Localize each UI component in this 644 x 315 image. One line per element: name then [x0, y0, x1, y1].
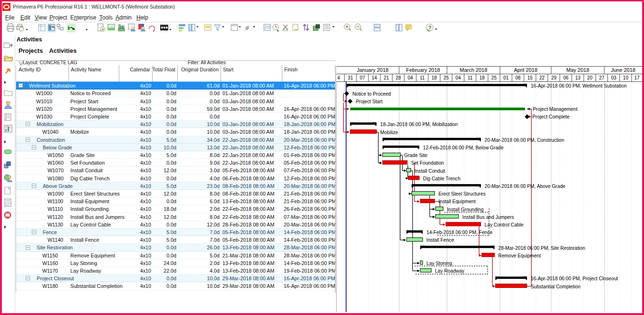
svg-text:11: 11: [420, 75, 425, 80]
svg-text:17: 17: [634, 75, 640, 80]
svg-text:28-Mar-2018 06:00 PM, Site Res: 28-Mar-2018 06:00 PM, Site Restoration: [498, 246, 585, 251]
svg-text:25: 25: [443, 75, 449, 80]
svg-text:20: 20: [587, 75, 593, 80]
svg-text:15: 15: [527, 75, 533, 80]
svg-text:25: 25: [491, 75, 497, 80]
svg-text:Grade Site: Grade Site: [404, 153, 428, 158]
svg-text:11: 11: [468, 75, 473, 80]
svg-text:June 2018: June 2018: [611, 67, 635, 73]
svg-text:10: 10: [623, 75, 629, 80]
svg-text:#: #: [245, 24, 249, 32]
svg-text:March 2018: March 2018: [460, 67, 487, 73]
svg-text:4: 4: [337, 75, 340, 80]
svg-text:29: 29: [551, 75, 557, 80]
svg-text:04: 04: [408, 75, 413, 80]
svg-text:Project Start: Project Start: [356, 99, 383, 104]
svg-text:Substantial Completion: Substantial Completion: [531, 284, 581, 289]
svg-text:Lay Stoning: Lay Stoning: [426, 261, 452, 266]
svg-text:13: 13: [575, 75, 581, 80]
svg-text:20-Mar-2018 06:00 PM, Above Gr: 20-Mar-2018 06:00 PM, Above Grade: [485, 184, 566, 189]
svg-text:Set Foundation: Set Foundation: [411, 160, 444, 166]
svg-text:Dig Cable Trench: Dig Cable Trench: [423, 176, 461, 181]
svg-text:14-Feb-2018 06:00 PM, Fence: 14-Feb-2018 06:00 PM, Fence: [426, 230, 492, 235]
svg-text:31: 31: [348, 75, 354, 80]
svg-text:04: 04: [455, 75, 461, 80]
svg-text:Lay Control Cable: Lay Control Cable: [485, 222, 524, 227]
svg-text:16-Apr-2018 06:00 PM, Wellmont: 16-Apr-2018 06:00 PM, Wellmont Substatio…: [531, 83, 627, 89]
svg-text:08: 08: [515, 75, 521, 80]
svg-text:22: 22: [539, 75, 545, 80]
svg-text:18-Jan-2018 06:00 PM, Mobiliza: 18-Jan-2018 06:00 PM, Mobilization: [380, 122, 458, 127]
svg-text:January 2018: January 2018: [357, 67, 389, 73]
svg-text:01: 01: [503, 75, 509, 80]
svg-text:03: 03: [611, 75, 617, 80]
svg-text:Erect Steel Structures: Erect Steel Structures: [438, 191, 485, 197]
svg-text:07: 07: [360, 75, 365, 80]
svg-text:Install Grounding: Install Grounding: [447, 207, 483, 212]
svg-text:Lay Roadway: Lay Roadway: [435, 268, 465, 274]
svg-text:Install Fence: Install Fence: [426, 237, 454, 243]
svg-text:Install Equipment: Install Equipment: [438, 199, 475, 204]
svg-text:12-Feb-2018 06:00 PM, Below Gr: 12-Feb-2018 06:00 PM, Below Grade: [423, 145, 504, 150]
svg-text:Notice to Proceed: Notice to Proceed: [353, 91, 391, 97]
svg-text:May 2018: May 2018: [567, 67, 589, 73]
svg-text:20-Mar-2018 06:00 PM, Construc: 20-Mar-2018 06:00 PM, Construction: [485, 138, 565, 143]
svg-text:Install Conduit: Install Conduit: [414, 168, 445, 174]
svg-text:16-Apr-2018 06:00 PM, Project: 16-Apr-2018 06:00 PM, Project Closeout: [531, 276, 618, 281]
svg-text:Remove Equipment: Remove Equipment: [498, 253, 541, 258]
svg-text:Mobilize: Mobilize: [380, 130, 398, 135]
svg-text:14: 14: [372, 75, 377, 80]
svg-text:?: ?: [428, 25, 432, 30]
svg-text:18: 18: [480, 75, 485, 80]
svg-text:Install Bus and Jumpers: Install Bus and Jumpers: [462, 215, 514, 220]
svg-text:April 2018: April 2018: [514, 67, 538, 73]
svg-text:Project Management: Project Management: [533, 107, 577, 112]
svg-text:A: A: [102, 28, 104, 31]
svg-text:21: 21: [384, 75, 389, 80]
svg-text:27: 27: [599, 75, 605, 80]
svg-text:18: 18: [432, 75, 437, 80]
svg-text:February 2018: February 2018: [406, 67, 440, 73]
svg-text:06: 06: [563, 75, 569, 80]
svg-text:Project Complete: Project Complete: [532, 114, 569, 119]
svg-text:28: 28: [395, 75, 401, 80]
